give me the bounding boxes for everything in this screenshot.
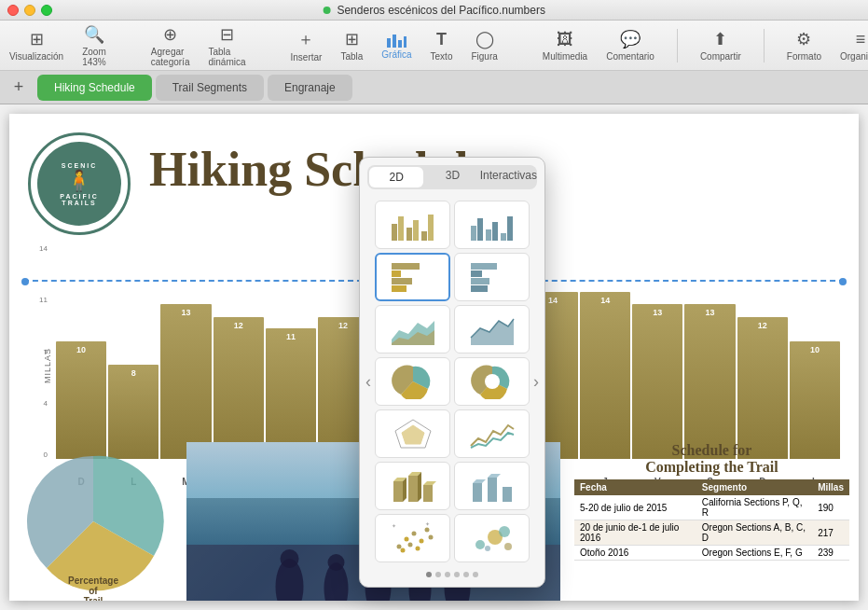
minimize-button[interactable] xyxy=(24,5,35,16)
tab-trail-segments[interactable]: Trail Segments xyxy=(156,75,264,101)
chart-area[interactable] xyxy=(375,305,450,354)
titlebar: Senderos escénicos del Pacífico.numbers xyxy=(0,0,868,21)
svg-marker-41 xyxy=(403,478,406,502)
toolbar: ⊞ Visualización 🔍 Zoom 143% ⊕ Agregar ca… xyxy=(0,21,868,71)
chart-bar-clustered[interactable] xyxy=(375,201,450,249)
chart-bar-1: 8 xyxy=(108,244,158,459)
bar-3[interactable]: 12 xyxy=(214,317,264,459)
chart-area-2[interactable] xyxy=(454,305,530,354)
toolbar-share[interactable]: ⬆ Compartir xyxy=(700,29,741,62)
svg-rect-39 xyxy=(393,481,403,502)
next-arrow[interactable]: › xyxy=(530,368,543,395)
close-button[interactable] xyxy=(7,5,19,16)
hiker-icon: 🧍 xyxy=(66,169,92,193)
svg-rect-18 xyxy=(421,231,427,241)
pie-icon xyxy=(390,364,436,399)
y-tick-11: 11 xyxy=(39,296,48,304)
svg-point-60 xyxy=(428,535,433,540)
multimedia-label: Multimedia xyxy=(543,51,587,62)
toolbar-visualization[interactable]: ⊞ Visualización xyxy=(9,29,63,62)
text-label: Texto xyxy=(431,51,453,62)
3d-bar-2-icon xyxy=(469,468,516,504)
chart-3d-bar-2[interactable] xyxy=(454,462,530,510)
bar-clustered-2-icon xyxy=(469,207,516,243)
chart-scatter[interactable]: ✦ ✦ xyxy=(375,514,450,562)
chart-bar-clustered-2[interactable] xyxy=(454,201,530,249)
table-header-row: Fecha Segmento Millas xyxy=(574,479,849,495)
svg-rect-19 xyxy=(428,215,434,241)
svg-rect-0 xyxy=(387,38,391,48)
chart-3d-bar[interactable] xyxy=(375,462,450,510)
chart-donut[interactable] xyxy=(454,357,530,406)
main-canvas: SCENIC 🧍 PACIFIC TRAILS Hiking Schedule … xyxy=(0,104,868,610)
bar-2[interactable]: 13 xyxy=(160,304,211,459)
add-sheet-button[interactable]: + xyxy=(7,76,30,99)
svg-point-67 xyxy=(499,526,510,537)
chart-pie[interactable] xyxy=(375,357,450,406)
toolbar-table[interactable]: ⊞ Tabla xyxy=(340,29,363,62)
chart-bar-13: 12 xyxy=(737,244,788,459)
toolbar-text[interactable]: T Texto xyxy=(431,30,453,62)
horiz-bar-icon xyxy=(390,259,436,295)
table-row-1: 20 de junio de-1 de julio 2016Oregon Sec… xyxy=(574,520,849,546)
toolbar-zoom[interactable]: 🔍 Zoom 143% xyxy=(82,24,106,67)
line-icon xyxy=(469,416,516,451)
bar-label-2: 13 xyxy=(160,308,211,317)
bubble-icon xyxy=(469,520,516,556)
svg-rect-24 xyxy=(501,233,506,241)
toolbar-sep-5 xyxy=(764,29,765,62)
chart-radar[interactable] xyxy=(375,409,450,458)
table-row-0: 5-20 de julio de 2015California Sections… xyxy=(574,495,849,520)
toolbar-chart[interactable]: Gráfica xyxy=(381,31,411,60)
bar-12[interactable]: 13 xyxy=(684,304,735,459)
y-tick-4: 4 xyxy=(43,399,47,408)
toolbar-dynamic-table[interactable]: ⊟ Tabla dinámica xyxy=(208,24,245,67)
bar-10[interactable]: 14 xyxy=(580,292,630,459)
table-area: Schedule forCompleting the Trail Fecha S… xyxy=(570,442,859,601)
bar-4[interactable]: 11 xyxy=(266,328,316,459)
toolbar-multimedia[interactable]: 🖼 Multimedia xyxy=(543,30,587,62)
toolbar-format[interactable]: ⚙ Formato xyxy=(787,29,821,62)
svg-marker-46 xyxy=(423,481,436,485)
svg-marker-44 xyxy=(418,472,421,502)
cell-2-1: Oregon Sections E, F, G xyxy=(696,546,812,561)
data-table: Fecha Segmento Millas 5-20 de julio de 2… xyxy=(574,479,849,561)
toolbar-organize[interactable]: ≡ Organizar xyxy=(840,30,868,62)
tab-engranaje[interactable]: Engranaje xyxy=(268,75,352,101)
svg-point-66 xyxy=(485,546,490,551)
dot-5 xyxy=(463,572,469,577)
popup-tabs: 2D 3D Interactivas xyxy=(367,165,537,189)
format-icon: ⚙ xyxy=(796,29,811,49)
chart-type-grid: ✦ ✦ xyxy=(360,197,544,566)
toolbar-comment[interactable]: 💬 Comentario xyxy=(606,29,654,62)
toolbar-shape[interactable]: ◯ Figura xyxy=(471,29,497,62)
tab-2d[interactable]: 2D xyxy=(369,167,423,187)
maximize-button[interactable] xyxy=(41,5,52,16)
toolbar-insert[interactable]: ＋ Insertar xyxy=(291,28,323,62)
y-tick-7: 7 xyxy=(43,348,47,356)
tab-interactivas[interactable]: Interactivas xyxy=(480,165,537,189)
chart-horiz-bar-2[interactable] xyxy=(454,253,530,301)
svg-point-54 xyxy=(411,532,416,536)
bar-label-12: 13 xyxy=(684,308,735,317)
table-icon: ⊞ xyxy=(345,29,359,49)
tabbar: + Hiking Schedule Trail Segments Engrana… xyxy=(0,71,868,104)
bar-13[interactable]: 12 xyxy=(737,317,788,459)
tab-3d[interactable]: 3D xyxy=(425,165,479,189)
svg-text:✦: ✦ xyxy=(425,521,430,527)
dot-1 xyxy=(426,572,432,577)
chart-bubble[interactable] xyxy=(454,514,530,562)
logo-circle: SCENIC 🧍 PACIFIC TRAILS xyxy=(28,132,131,235)
svg-rect-2 xyxy=(398,40,402,48)
svg-rect-26 xyxy=(392,263,420,270)
chart-horiz-bar[interactable] xyxy=(375,253,450,301)
toolbar-add-category[interactable]: ⊕ Agregar categoría xyxy=(151,24,190,67)
dot-4 xyxy=(454,572,460,577)
chart-bar-2: 13 xyxy=(160,244,211,459)
chart-line[interactable] xyxy=(454,409,530,458)
tab-hiking-schedule[interactable]: Hiking Schedule xyxy=(37,75,152,101)
svg-rect-51 xyxy=(503,487,512,502)
pie-area: PercentageofTrail xyxy=(9,442,177,601)
area-2-icon xyxy=(469,312,516,347)
bar-11[interactable]: 13 xyxy=(632,304,682,459)
